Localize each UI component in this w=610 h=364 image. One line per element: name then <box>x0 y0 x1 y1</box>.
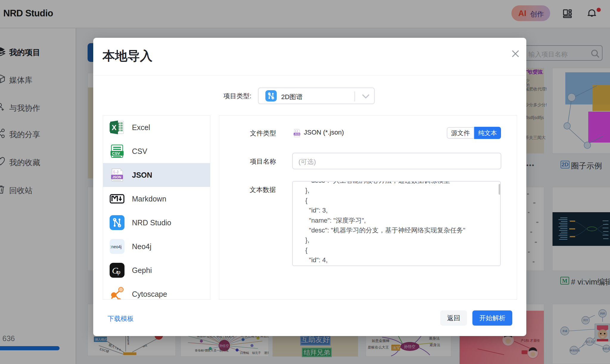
svg-text::neo4j: :neo4j <box>110 244 122 249</box>
svg-text:JSON: JSON <box>112 175 121 179</box>
svg-text:φ: φ <box>117 268 120 276</box>
svg-text:{...}: {...} <box>113 170 119 174</box>
svg-text:{..}: {..} <box>295 130 298 132</box>
svg-text:JSON: JSON <box>295 133 300 135</box>
svg-text:CSV: CSV <box>112 151 120 156</box>
svg-text:X: X <box>112 124 116 132</box>
